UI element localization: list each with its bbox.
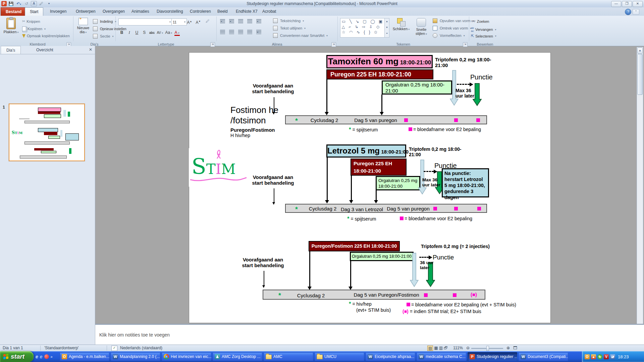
- align-left-button[interactable]: [220, 30, 225, 34]
- taskbar-window-medicatie[interactable]: Wmedicatie schema C...: [417, 352, 466, 361]
- timeline-arrow-1b[interactable]: [381, 95, 382, 112]
- timeline-bar-3[interactable]: * Cyclusdag 2 Dag 5 van Puregon/Fostimon…: [263, 290, 485, 300]
- smartart-button[interactable]: Converteren naar SmartArt: [273, 33, 328, 38]
- section-button[interactable]: Sectie: [93, 34, 114, 39]
- orgalutran-box-1[interactable]: Orgalutran 0,25 mg 18:00-21:00: [382, 80, 452, 95]
- tamoxifen-box[interactable]: Tamoxifen 60 mg 18:00-21:00: [326, 55, 433, 68]
- shadow-button[interactable]: S: [142, 30, 147, 36]
- collapse-ribbon-icon[interactable]: ⌃: [633, 9, 639, 15]
- taskbar-clock[interactable]: 18:23: [618, 354, 629, 359]
- columns-button[interactable]: [256, 30, 261, 34]
- replace-button[interactable]: abacVervangen: [471, 26, 496, 33]
- save-button[interactable]: 💾: [8, 1, 14, 7]
- format-painter-button[interactable]: Opmaak kopiëren/plakken: [22, 34, 70, 38]
- new-slide-button[interactable]: Nieuwe dia: [75, 18, 92, 34]
- minimize-button[interactable]: —: [611, 1, 621, 7]
- close-button[interactable]: ✕: [633, 1, 643, 7]
- align-right-button[interactable]: [238, 30, 243, 34]
- text-direction-button[interactable]: Tekstrichting: [273, 18, 304, 23]
- increase-indent-button[interactable]: [247, 19, 252, 23]
- normal-view-icon[interactable]: ▤: [427, 346, 433, 351]
- dashed-arrow-2[interactable]: [424, 171, 434, 172]
- tab-bestand[interactable]: Bestand: [1, 7, 26, 16]
- tab-animaties[interactable]: Animaties: [127, 7, 154, 16]
- panel-close-icon[interactable]: ✕: [89, 47, 92, 52]
- panel-tab-overzicht[interactable]: Overzicht: [31, 46, 59, 54]
- shape-effects-button[interactable]: Vormeffecten: [433, 33, 465, 38]
- bold-button[interactable]: B: [119, 30, 124, 36]
- change-case-button[interactable]: Aa: [165, 30, 172, 36]
- dashed-arrow-1[interactable]: [457, 84, 470, 85]
- numbering-button[interactable]: [229, 19, 234, 23]
- notes-placeholder[interactable]: Klik hier om notities toe te voegen: [99, 332, 170, 338]
- timeline-bar-2[interactable]: * Cyclusdag 2 Dag 3 van Letrozol Dag 5 v…: [285, 204, 487, 213]
- arrange-button[interactable]: Schikken: [392, 18, 411, 31]
- line-spacing-button[interactable]: [256, 19, 261, 23]
- select-button[interactable]: ⇱Selecteren: [471, 34, 496, 38]
- taskbar-window-amc-zorg[interactable]: ♟AMC Zorg Desktop ...: [213, 352, 262, 361]
- taskbar-window-amc-folder[interactable]: AMC: [264, 352, 313, 361]
- panel-tab-dias[interactable]: Dia's: [1, 46, 21, 54]
- tray-antivirus-icon[interactable]: V: [604, 354, 609, 359]
- undo-button[interactable]: ↶▾: [15, 1, 22, 7]
- tab-controleren[interactable]: Controleren: [185, 7, 216, 16]
- shape-gallery[interactable]: ▭ ╲ ↘ ▢ ◯ ▣ △ ⌐ ↳ ⇨ ⇩ ◇ ☆ ◠ ∿ { } ✩: [340, 18, 386, 38]
- tab-beeld[interactable]: Beeld: [213, 7, 232, 16]
- layout-button[interactable]: Indeling: [93, 19, 116, 24]
- underline-button[interactable]: U: [134, 30, 140, 36]
- slide-canvas[interactable]: [189, 52, 551, 323]
- align-text-button[interactable]: Tekst uitlijnen: [273, 26, 306, 31]
- tab-acrobat[interactable]: Acrobat: [258, 7, 281, 16]
- zoom-slider-thumb[interactable]: [486, 346, 489, 351]
- scroll-up-icon[interactable]: ▲: [637, 48, 643, 54]
- shrink-font-button[interactable]: A▼: [196, 18, 201, 24]
- taskbar-window-studydesign[interactable]: PStudydesign regulier ...: [468, 352, 517, 361]
- lettertype-dialog-launcher[interactable]: ⇲: [210, 42, 215, 47]
- font-color-button[interactable]: A: [174, 30, 180, 36]
- slideshow-icon[interactable]: 🗗: [444, 346, 448, 351]
- taskbar-window-agenda[interactable]: OAgenda - e.m.balken...: [60, 352, 109, 361]
- shape-gallery-scroll[interactable]: ▲▼⏷: [384, 18, 389, 38]
- tab-diavoorstelling[interactable]: Diavoorstelling: [152, 7, 188, 16]
- stim-logo[interactable]: STIM: [189, 148, 249, 187]
- shape-outline-button[interactable]: Omtrek van vorm: [433, 26, 471, 31]
- timeline-arrow-3a[interactable]: [309, 251, 310, 287]
- cut-button[interactable]: ✂Knippen: [22, 19, 40, 23]
- font-box-button[interactable]: A: [31, 1, 37, 6]
- align-center-button[interactable]: [229, 30, 234, 34]
- timeline-arrow-2c[interactable]: [376, 190, 377, 200]
- letrozol-box[interactable]: Letrozol 5 mg 18:00-21:00: [326, 144, 406, 158]
- start-button[interactable]: start: [0, 351, 34, 362]
- quick-styles-button[interactable]: Snelle stijlen: [412, 18, 431, 36]
- shape-fill-button[interactable]: Opvullen van vorm: [433, 18, 474, 23]
- help-icon[interactable]: ?: [625, 9, 631, 15]
- slide-thumbnail[interactable]: STIM: [9, 104, 85, 161]
- puregon-box-1[interactable]: Puregon 225 EH 18:00-21:00: [326, 69, 433, 79]
- tab-ontwerpen[interactable]: Ontwerpen: [71, 7, 100, 16]
- orgalutran-box-2[interactable]: Orgalutran 0,25 mg 18:00-21:00: [376, 176, 420, 190]
- status-language[interactable]: Nederlands (standaard): [120, 346, 162, 350]
- quicklaunch-more-icon[interactable]: »: [51, 355, 53, 359]
- taskbar-window-invriezen[interactable]: Het invriezen van eic...: [162, 352, 211, 361]
- timeline-arrow-2b[interactable]: [351, 176, 352, 200]
- taskbar-window-maandplanning[interactable]: WMaandplanning 2.0 (...: [111, 352, 160, 361]
- orgalutran-box-3[interactable]: Orgalutran 0,25 mg 18:00-21:00: [350, 252, 414, 261]
- vertical-scrollbar[interactable]: ▲ ⏶ ⏷ ▼: [637, 47, 643, 344]
- maximize-button[interactable]: ❐: [622, 1, 632, 7]
- decrease-indent-button[interactable]: [238, 19, 243, 23]
- qat-customize-caret[interactable]: ▾: [46, 1, 52, 7]
- font-size-combobox[interactable]: 11▾: [171, 18, 187, 25]
- blue-arrow-3[interactable]: [410, 253, 419, 287]
- tray-display-icon[interactable]: 🖳: [610, 354, 615, 359]
- justify-button[interactable]: [247, 30, 252, 34]
- format-painter-qat-button[interactable]: 🖉: [38, 1, 45, 7]
- taskbar-window-umcu-folder[interactable]: UMCU: [315, 352, 364, 361]
- puregon-box-2[interactable]: Puregon 225 EH 18:00-21:00: [351, 159, 407, 176]
- taskbar-window-eicelpunctie[interactable]: WEicelpunctie afspraa...: [366, 352, 415, 361]
- tekenen-dialog-launcher[interactable]: ⇲: [463, 42, 468, 47]
- grow-font-button[interactable]: A▲: [187, 18, 192, 24]
- copy-button[interactable]: Kopiëren: [22, 26, 46, 31]
- timeline-arrow-2a[interactable]: [327, 158, 328, 200]
- strikethrough-button[interactable]: abc: [149, 30, 155, 36]
- fit-to-window-icon[interactable]: 🗖: [513, 346, 517, 350]
